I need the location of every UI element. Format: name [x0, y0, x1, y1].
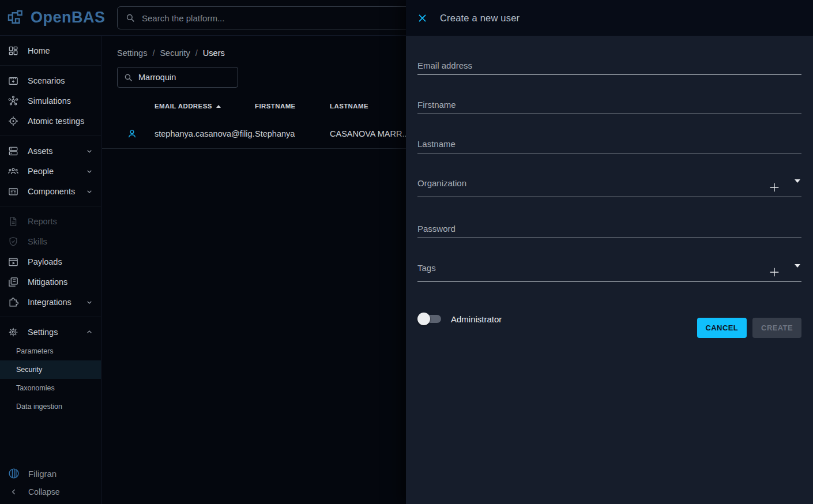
firstname-field-label: Firstname: [417, 100, 801, 114]
sidebar-item-security[interactable]: Security: [0, 360, 101, 379]
sidebar-item-mitigations[interactable]: Mitigations: [0, 272, 101, 292]
drawer-title: Create a new user: [440, 13, 520, 24]
firstname-field[interactable]: Firstname: [417, 100, 801, 114]
breadcrumb-settings[interactable]: Settings: [117, 48, 147, 58]
sidebar-item-label: Reports: [28, 217, 57, 226]
add-tag-button[interactable]: [768, 266, 781, 279]
platform-search-input[interactable]: [142, 13, 432, 23]
sidebar-item-label: Skills: [28, 237, 47, 246]
sidebar-item-atomic-testings[interactable]: Atomic testings: [0, 111, 101, 131]
sidebar-item-home[interactable]: Home: [0, 40, 101, 61]
administrator-toggle-row: Administrator: [417, 312, 502, 326]
sidebar-item-integrations[interactable]: Integrations: [0, 292, 101, 312]
password-field-label: Password: [417, 224, 801, 238]
tags-field-label: Tags: [417, 263, 801, 273]
drawer-header: Create a new user: [406, 0, 813, 36]
sidebar-item-data-ingestion[interactable]: Data ingestion: [0, 397, 101, 416]
sidebar-item-reports[interactable]: Reports: [0, 211, 101, 231]
chevron-down-icon: [85, 146, 94, 156]
sidebar-item-settings[interactable]: Settings: [0, 322, 101, 342]
caret-down-icon: [795, 264, 800, 276]
dashboard-icon: [7, 45, 19, 57]
sidebar-item-assets[interactable]: Assets: [0, 141, 101, 161]
users-filter-input[interactable]: [138, 73, 232, 82]
openbas-logo-icon: [6, 8, 25, 28]
search-icon: [123, 73, 133, 82]
administrator-label: Administrator: [451, 314, 502, 324]
sidebar-section-settings: Settings Parameters Security Taxonomies …: [0, 317, 101, 420]
close-icon: [417, 13, 428, 24]
users-filter[interactable]: [117, 67, 238, 88]
add-organization-button[interactable]: [768, 181, 781, 194]
breadcrumb-separator: /: [152, 48, 155, 58]
gear-icon: [7, 326, 19, 338]
sidebar: Home Scenarios Simulations: [0, 36, 101, 504]
groups-icon: [7, 166, 19, 177]
table-row[interactable]: stephanya.casanova@filig... Stephanya CA…: [102, 119, 425, 149]
chevron-down-icon: [85, 187, 94, 196]
plus-icon: [768, 181, 781, 194]
form-footer: Administrator CANCEL CREATE: [417, 309, 801, 338]
sidebar-subitem-label: Taxonomies: [16, 384, 55, 392]
breadcrumb-security[interactable]: Security: [160, 48, 190, 58]
column-header-firstname[interactable]: FIRSTNAME: [255, 103, 330, 110]
sidebar-footer: Filigran Collapse: [0, 464, 101, 501]
sidebar-item-label: Payloads: [28, 257, 62, 266]
file-icon: [7, 216, 19, 227]
table-header-row: EMAIL ADDRESS FIRSTNAME LASTNAME: [102, 98, 425, 114]
collapse-label: Collapse: [28, 487, 59, 497]
organization-field-label: Organization: [417, 178, 801, 188]
create-user-form: Email address Firstname Lastname Organiz…: [406, 36, 813, 338]
lastname-field[interactable]: Lastname: [417, 139, 801, 153]
lastname-field-label: Lastname: [417, 139, 801, 153]
email-field[interactable]: Email address: [417, 61, 801, 75]
create-user-drawer: Create a new user Email address Firstnam…: [406, 0, 813, 504]
sidebar-item-label: Assets: [28, 146, 53, 156]
sidebar-item-taxonomies[interactable]: Taxonomies: [0, 379, 101, 397]
password-field[interactable]: Password: [417, 224, 801, 238]
close-drawer-button[interactable]: [415, 11, 429, 25]
cell-email: stephanya.casanova@filig...: [155, 129, 255, 138]
chevron-down-icon: [85, 298, 94, 307]
app-logo[interactable]: OpenBAS: [0, 8, 101, 28]
sidebar-item-label: Scenarios: [28, 76, 65, 85]
platform-search[interactable]: [117, 6, 440, 29]
sidebar-item-payloads[interactable]: Payloads: [0, 251, 101, 272]
sidebar-item-people[interactable]: People: [0, 161, 101, 181]
brand-name: OpenBAS: [31, 9, 106, 27]
cancel-button[interactable]: CANCEL: [697, 318, 747, 338]
sidebar-item-label: Home: [28, 46, 50, 55]
sort-asc-icon: [216, 105, 221, 108]
create-button[interactable]: CREATE: [752, 318, 801, 338]
administrator-switch[interactable]: [417, 312, 443, 326]
play-box-icon: [7, 256, 19, 268]
tags-dropdown-button[interactable]: [793, 265, 801, 279]
caret-down-icon: [795, 179, 800, 191]
organization-dropdown-button[interactable]: [793, 180, 801, 194]
shield-check-icon: [7, 236, 19, 247]
sidebar-item-components[interactable]: Components: [0, 181, 101, 201]
movie-icon: [7, 75, 19, 86]
chevron-left-icon: [9, 487, 18, 497]
email-field-label: Email address: [417, 61, 801, 74]
organization-field[interactable]: Organization: [417, 178, 801, 197]
sidebar-item-simulations[interactable]: Simulations: [0, 91, 101, 111]
sidebar-item-scenarios[interactable]: Scenarios: [0, 70, 101, 91]
sidebar-section-operations: Scenarios Simulations Atomic testings: [0, 66, 101, 136]
tags-field[interactable]: Tags: [417, 263, 801, 282]
sidebar-section-home: Home: [0, 36, 101, 66]
filigran-link[interactable]: Filigran: [0, 464, 101, 483]
sidebar-item-label: Settings: [28, 328, 58, 337]
breadcrumb-users: Users: [203, 48, 225, 58]
sidebar-section-entities: Assets People: [0, 136, 101, 206]
sidebar-item-parameters[interactable]: Parameters: [0, 342, 101, 360]
sidebar-item-skills[interactable]: Skills: [0, 231, 101, 251]
sidebar-item-label: Integrations: [28, 298, 71, 307]
column-header-email[interactable]: EMAIL ADDRESS: [155, 103, 255, 110]
collapse-sidebar-button[interactable]: Collapse: [0, 483, 101, 501]
sidebar-item-label: Atomic testings: [28, 116, 84, 126]
target-icon: [7, 115, 19, 127]
users-table: EMAIL ADDRESS FIRSTNAME LASTNAME stephan…: [102, 98, 425, 149]
sidebar-subitem-label: Parameters: [16, 347, 54, 355]
person-icon: [126, 128, 138, 140]
